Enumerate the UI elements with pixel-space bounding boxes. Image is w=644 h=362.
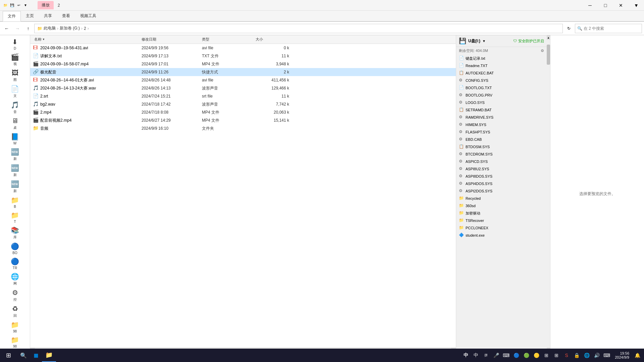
- gear-icon[interactable]: ⚙: [541, 49, 544, 53]
- usb-label[interactable]: U盘(I:): [468, 38, 480, 44]
- sidebar-item-video[interactable]: 🎬 视: [0, 52, 30, 68]
- taskbar-clock[interactable]: 19:56 2024/9/9: [612, 351, 632, 359]
- list-item[interactable]: 📁 加密驱动: [456, 209, 547, 217]
- minimize-button[interactable]: ─: [582, 0, 598, 11]
- taskbar-app3-icon[interactable]: 🟡: [532, 351, 540, 359]
- table-row[interactable]: 🎬 2.mp4 2024/7/18 8:08 MP4 文件 20,063 k: [30, 108, 456, 116]
- table-row[interactable]: 📄 2.srt 2024/7/24 15:21 srt file 11 k: [30, 92, 456, 100]
- taskbar-uac-icon[interactable]: 🔒: [573, 351, 581, 359]
- list-item[interactable]: 🔷 student.exe: [456, 232, 547, 239]
- breadcrumb[interactable]: 📁 此电脑 › 新加卷 (G:) › 2 ›: [34, 24, 563, 33]
- sidebar-item-recycle[interactable]: ♻ 回: [0, 303, 30, 319]
- tab-home[interactable]: 主页: [21, 11, 39, 21]
- sidebar-item-new3[interactable]: 🆕 新: [0, 179, 30, 195]
- close-button[interactable]: ✕: [613, 0, 629, 11]
- taskbar-apps-icon[interactable]: ⊞: [542, 351, 550, 359]
- taskbar-red-app-icon[interactable]: S: [562, 351, 571, 359]
- taskbar-input-icon[interactable]: 中: [472, 351, 480, 359]
- list-item[interactable]: 📄 Readme.TXT: [456, 62, 547, 69]
- sidebar-item-bo[interactable]: 🔵 BO: [0, 241, 30, 256]
- sidebar-item-d[interactable]: ⬇ D: [0, 37, 30, 52]
- breadcrumb-drive[interactable]: 新加卷 (G:): [60, 25, 80, 31]
- breadcrumb-pc[interactable]: 此电脑: [44, 25, 56, 31]
- taskbar-volume-icon[interactable]: 🔊: [593, 351, 601, 359]
- tab-share[interactable]: 共享: [39, 11, 57, 21]
- taskbar-notification-icon[interactable]: 🔔: [633, 351, 641, 359]
- taskbar-vs-item[interactable]: ◼: [30, 349, 42, 362]
- sidebar-item-image[interactable]: 🖼 图: [0, 68, 30, 83]
- sidebar-item-98b[interactable]: 📁 98: [0, 335, 30, 350]
- sidebar-item-desktop[interactable]: 🖥 桌: [0, 116, 30, 131]
- sidebar-item-new2[interactable]: 🆕 新: [0, 163, 30, 179]
- table-row[interactable]: 📄 讲解文本.txt 2024/9/9 17:13 TXT 文件 11 k: [30, 52, 456, 60]
- col-header-date[interactable]: 修改日期: [140, 37, 201, 42]
- list-item[interactable]: 📁 PCCLONEEX: [456, 224, 547, 232]
- list-item[interactable]: ⚙ ASPI8DOS.SYS: [456, 173, 547, 180]
- taskbar-explorer-item[interactable]: 📁: [42, 349, 56, 362]
- list-item[interactable]: ⚙ FLASHPT.SYS: [456, 128, 547, 136]
- maximize-button[interactable]: □: [598, 0, 613, 11]
- sidebar-item-library[interactable]: 📚 库: [0, 225, 30, 241]
- list-item[interactable]: 📁 360sd: [456, 202, 547, 209]
- breadcrumb-folder[interactable]: 2: [84, 26, 86, 31]
- usb-scroll-thumb[interactable]: [547, 45, 550, 65]
- list-item[interactable]: ⚙ BTCDROM.SYS: [456, 150, 547, 158]
- list-item[interactable]: 📄 键盘记录.txt: [456, 55, 547, 62]
- tab-video-tools[interactable]: 视频工具: [75, 11, 101, 21]
- sidebar-item-t[interactable]: 📁 T: [0, 210, 30, 225]
- taskbar-network-icon[interactable]: 🌐: [583, 351, 591, 359]
- search-box[interactable]: 🔍: [575, 24, 642, 33]
- col-header-size[interactable]: 大小: [254, 37, 288, 42]
- list-item[interactable]: 📁 Recycled: [456, 195, 547, 202]
- sidebar-item-doc[interactable]: 📄 文: [0, 83, 30, 100]
- list-item[interactable]: ⚙ BOOTLOG.PRV: [456, 92, 547, 99]
- list-item[interactable]: ⚙ LOGO.SYS: [456, 99, 547, 106]
- tab-view[interactable]: 查看: [57, 11, 75, 21]
- taskbar-app1-icon[interactable]: 🔵: [512, 351, 520, 359]
- sidebar-item-new1[interactable]: 🆕 新: [0, 146, 30, 163]
- taskbar-grid-icon[interactable]: ⊞: [552, 351, 560, 359]
- start-button[interactable]: ⊞: [0, 349, 17, 362]
- usb-dropdown-icon[interactable]: ▼: [482, 39, 486, 43]
- table-row[interactable]: 🔗 极光配音 2024/9/9 11:26 快捷方式 2 k: [30, 68, 456, 76]
- table-row[interactable]: 🎞 2024-09-09--19-56-431.avi 2024/9/9 19:…: [30, 44, 456, 52]
- up-button[interactable]: ↑: [23, 24, 33, 33]
- sidebar-item-network[interactable]: 🌐 网: [0, 271, 30, 287]
- list-item[interactable]: ⚙ HIMEM.SYS: [456, 121, 547, 128]
- list-item[interactable]: ⚙ ASPI4DOS.SYS: [456, 180, 547, 187]
- list-item[interactable]: 📁 TSRecover: [456, 217, 547, 224]
- taskbar-pinyin-icon[interactable]: 拼: [482, 351, 490, 359]
- table-row[interactable]: 🎵 2024-08-26--14-13-24大赛.wav 2024/8/26 1…: [30, 84, 456, 92]
- table-row[interactable]: 🎞 2024-08-26--14-46-01大赛.avi 2024/8/26 1…: [30, 76, 456, 84]
- taskbar-app2-icon[interactable]: 🟢: [522, 351, 530, 359]
- col-header-type[interactable]: 类型: [201, 37, 254, 42]
- list-item[interactable]: 📋 AUTOEXEC.BAT: [456, 69, 547, 77]
- sidebar-item-control[interactable]: ⚙ 控: [0, 287, 30, 303]
- taskbar-keyboard-icon[interactable]: ⌨: [502, 351, 510, 359]
- table-row[interactable]: 🎬 2024-09-09--16-58-07.mp4 2024/9/9 17:0…: [30, 60, 456, 68]
- list-item[interactable]: 📋 SETRAMD.BAT: [456, 106, 547, 114]
- taskbar-keyboard2-icon[interactable]: ⌨: [603, 351, 611, 359]
- taskbar-mic-icon[interactable]: 🎤: [492, 351, 500, 359]
- col-header-name[interactable]: 名称 ▼: [33, 37, 140, 42]
- table-row[interactable]: 📁 音频 2024/9/9 16:10 文件夹: [30, 124, 456, 132]
- list-item[interactable]: ⚙ RAMDRIVE.SYS: [456, 114, 547, 121]
- tab-file[interactable]: 文件: [3, 11, 21, 21]
- sidebar-item-w[interactable]: 📘 W: [0, 131, 30, 146]
- title-tab-play[interactable]: 播放: [38, 1, 54, 9]
- sidebar-item-tr[interactable]: 🔵 TR: [0, 256, 30, 271]
- refresh-button[interactable]: ↻: [564, 24, 574, 33]
- back-button[interactable]: ←: [2, 24, 11, 33]
- taskbar-search-button[interactable]: 🔍: [17, 349, 30, 362]
- sidebar-item-b[interactable]: 📁 B: [0, 195, 30, 210]
- usb-scroll-up[interactable]: ▲: [547, 35, 550, 40]
- sidebar-item-98a[interactable]: 📁 98: [0, 319, 30, 335]
- list-item[interactable]: 📄 BOOTLOG.TXT: [456, 84, 547, 92]
- forward-button[interactable]: →: [13, 24, 22, 33]
- list-item[interactable]: ⚙ CONFIG.SYS: [456, 77, 547, 84]
- list-item[interactable]: ⚙ ASPI8U2.SYS: [456, 165, 547, 173]
- table-row[interactable]: 🎬 配音前视频2.mp4 2024/6/27 14:29 MP4 文件 15,1…: [30, 116, 456, 124]
- usb-scrollbar[interactable]: ▲ ▼: [547, 35, 550, 352]
- search-input[interactable]: [584, 26, 637, 31]
- list-item[interactable]: ⚙ ASPICD.SYS: [456, 158, 547, 165]
